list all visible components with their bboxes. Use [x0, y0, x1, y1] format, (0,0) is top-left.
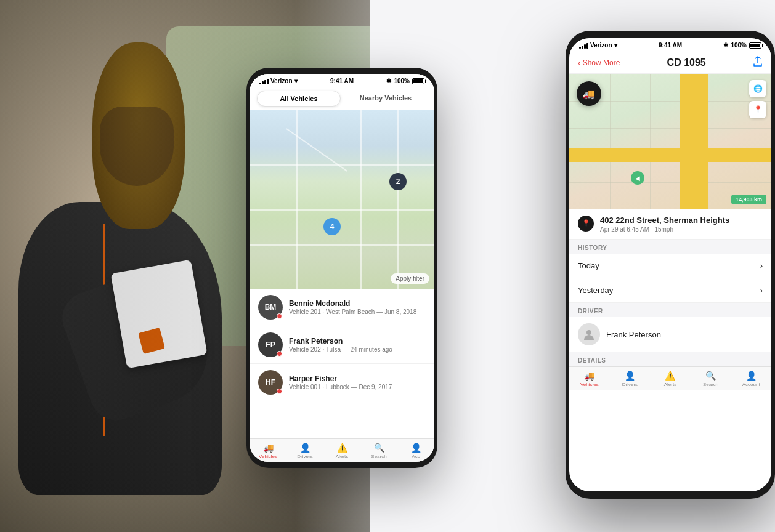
- vehicle-item-3[interactable]: HF Harper Fisher Vehicle 001 · Lubbock —…: [250, 364, 434, 401]
- phones-container: Verizon ▾ 9:41 AM ✱ 100% All Vehicles Ne…: [246, 31, 775, 523]
- map-area-left: 4 2 Apply filter: [250, 110, 434, 289]
- nav-label-search-right: Search: [703, 382, 718, 387]
- nav-search-right[interactable]: 🔍 Search: [691, 371, 731, 387]
- nav-label-alerts-right: Alerts: [664, 382, 676, 387]
- nav-drivers-left[interactable]: 👤 Drivers: [286, 443, 323, 459]
- driver-item[interactable]: Frank Peterson: [569, 317, 771, 352]
- nav-label-drivers-right: Drivers: [622, 382, 638, 387]
- signal-bars-left: [259, 78, 269, 84]
- details-section-header: DETAILS: [569, 352, 771, 366]
- vehicle-info-2: Frank Peterson Vehicle 202 · Tulsa — 24 …: [289, 337, 426, 353]
- tab-nearby-vehicles[interactable]: Nearby Vehicles: [344, 91, 427, 107]
- map-ctrl-globe[interactable]: 🌐: [749, 80, 766, 97]
- driver-avatar: [578, 323, 600, 345]
- driver-name: Frank Peterson: [606, 330, 661, 339]
- map-controls: 🌐 📍: [749, 80, 766, 118]
- vehicles-icon-right: 🚚: [584, 371, 594, 381]
- map-bg: 4 2 Apply filter: [250, 110, 434, 289]
- nav-alerts-right[interactable]: ⚠️ Alerts: [650, 371, 691, 387]
- location-info: 402 22nd Street, Sherman Heights Apr 29 …: [600, 216, 729, 233]
- location-address: 402 22nd Street, Sherman Heights: [600, 216, 729, 225]
- nav-label-acc-left: Acc: [412, 454, 420, 459]
- chevron-today: ›: [760, 261, 763, 270]
- road-main-h: [569, 148, 771, 162]
- history-today[interactable]: Today ›: [569, 254, 771, 278]
- map-ctrl-pin[interactable]: 📍: [749, 101, 766, 118]
- bottom-nav-left: 🚚 Vehicles 👤 Drivers ⚠️ Alerts 🔍 Search …: [250, 438, 434, 462]
- drivers-icon-right: 👤: [625, 371, 635, 381]
- phone-right-notch: [652, 31, 689, 34]
- vehicle-sub-1: Vehicle 201 · West Palm Beach — Jun 8, 2…: [289, 308, 426, 315]
- status-dot-bm: [277, 313, 282, 319]
- vehicle-sub-2: Vehicle 202 · Tulsa — 24 minutes ago: [289, 346, 426, 353]
- carrier-right: Verizon: [590, 42, 612, 49]
- nav-vehicles-right[interactable]: 🚚 Vehicles: [569, 371, 610, 387]
- nav-label-vehicles-left: Vehicles: [259, 454, 277, 459]
- road-h3: [250, 244, 434, 246]
- signal-area-right: Verizon ▾: [579, 42, 617, 49]
- battery-pct-right: 100%: [731, 42, 747, 49]
- location-row: 📍 402 22nd Street, Sherman Heights Apr 2…: [569, 209, 771, 240]
- direction-pin: ◀: [631, 171, 644, 185]
- search-icon-left: 🔍: [374, 443, 384, 453]
- nav-account-right[interactable]: 👤 Account: [731, 371, 771, 387]
- status-dot-fp: [277, 351, 282, 357]
- alerts-icon-left: ⚠️: [337, 443, 347, 453]
- map-area-right: 🚚 ◀ 🌐 📍 14,903 km: [569, 74, 771, 209]
- location-pin-icon: 📍: [578, 216, 594, 232]
- road-h2: [250, 209, 434, 211]
- road-v3: [397, 110, 399, 289]
- back-button[interactable]: ‹ Show More: [578, 58, 620, 68]
- grid-v4: [731, 74, 731, 209]
- nav-drivers-right[interactable]: 👤 Drivers: [610, 371, 651, 387]
- apply-filter-btn[interactable]: Apply filter: [391, 273, 429, 284]
- nav-label-account-right: Account: [742, 382, 760, 387]
- nav-label-drivers-left: Drivers: [297, 454, 312, 459]
- avatar-bm: BM: [258, 295, 283, 320]
- tab-all-vehicles[interactable]: All Vehicles: [257, 91, 341, 107]
- vehicle-item-1[interactable]: BM Bennie Mcdonald Vehicle 201 · West Pa…: [250, 289, 434, 326]
- nav-search-left[interactable]: 🔍 Search: [360, 443, 397, 459]
- battery-icon-left: [412, 78, 424, 84]
- history-yesterday[interactable]: Yesterday ›: [569, 278, 771, 303]
- road-network: [250, 110, 434, 289]
- share-button[interactable]: [753, 56, 763, 70]
- signal-area-left: Verizon ▾: [259, 78, 298, 84]
- phone-right: Verizon ▾ 9:41 AM ✱ 100% ‹ Show More: [566, 31, 775, 499]
- grid-h1: [569, 101, 771, 102]
- signal-bars-right: [579, 42, 588, 49]
- status-dot-hf: [277, 389, 282, 394]
- nav-acc-left[interactable]: 👤 Acc: [397, 443, 434, 459]
- nav-label-alerts-left: Alerts: [336, 454, 348, 459]
- search-icon-right: 🔍: [705, 371, 716, 381]
- status-bar-right: Verizon ▾ 9:41 AM ✱ 100%: [569, 38, 771, 51]
- phone-right-inner: Verizon ▾ 9:41 AM ✱ 100% ‹ Show More: [569, 38, 771, 491]
- vehicle-title: CD 1095: [667, 57, 706, 68]
- bottom-nav-right: 🚚 Vehicles 👤 Drivers ⚠️ Alerts 🔍 Search …: [569, 366, 771, 390]
- phone-left-notch: [323, 68, 360, 71]
- alerts-icon-right: ⚠️: [665, 371, 675, 381]
- vehicles-icon-left: 🚚: [263, 443, 274, 453]
- svg-point-0: [586, 330, 591, 335]
- nav-vehicles-left[interactable]: 🚚 Vehicles: [250, 443, 286, 459]
- status-bar-left: Verizon ▾ 9:41 AM ✱ 100%: [250, 74, 434, 87]
- wifi-icon-right: ▾: [614, 42, 617, 49]
- road-main-v: [680, 74, 708, 209]
- road-v2: [360, 110, 362, 289]
- driver-section-header: DRIVER: [569, 303, 771, 317]
- vehicle-info-1: Bennie Mcdonald Vehicle 201 · West Palm …: [289, 299, 426, 315]
- avatar-fp: FP: [258, 332, 283, 357]
- vehicle-sub-3: Vehicle 001 · Lubbock — Dec 9, 2017: [289, 384, 426, 390]
- battery-pct-left: 100%: [394, 78, 410, 84]
- vehicle-name-2: Frank Peterson: [289, 337, 426, 345]
- tab-bar-left: All Vehicles Nearby Vehicles: [250, 87, 434, 110]
- road-h1: [250, 164, 434, 166]
- account-icon-right: 👤: [746, 371, 757, 381]
- vehicle-item-2[interactable]: FP Frank Peterson Vehicle 202 · Tulsa — …: [250, 326, 434, 364]
- grid-h2: [569, 128, 771, 129]
- location-timestamp: Apr 29 at 6:45 AM 15mph: [600, 226, 729, 233]
- grid-h4: [569, 182, 771, 183]
- phone-left: Verizon ▾ 9:41 AM ✱ 100% All Vehicles Ne…: [246, 68, 437, 468]
- time-right: 9:41 AM: [659, 42, 682, 49]
- nav-alerts-left[interactable]: ⚠️ Alerts: [323, 443, 360, 459]
